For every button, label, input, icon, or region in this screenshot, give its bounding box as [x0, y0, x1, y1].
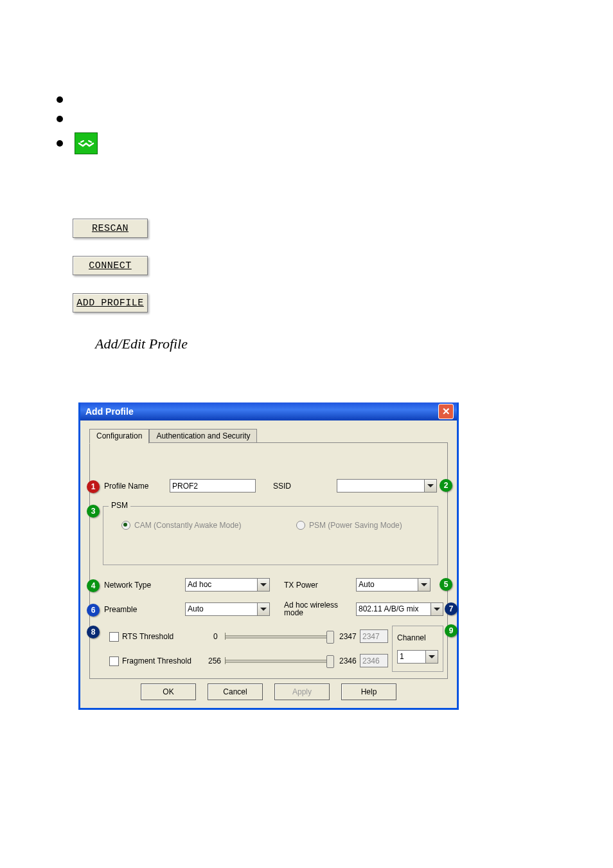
frag-min: 256 — [208, 656, 221, 665]
psm-legend: PSM — [109, 501, 130, 510]
profile-name-input[interactable] — [170, 479, 256, 493]
psm-groupbox: PSM CAM (Constantly Awake Mode) PSM (Pow… — [103, 506, 438, 565]
badge-4: 4 — [87, 579, 100, 592]
channel-label: Channel — [397, 633, 426, 642]
help-button[interactable]: Help — [341, 683, 396, 700]
bullet-dot — [57, 116, 63, 122]
channel-combo[interactable]: 1 — [397, 650, 438, 664]
tx-power-combo[interactable]: Auto — [356, 578, 431, 592]
bullet-dot — [57, 140, 63, 147]
chevron-down-icon[interactable] — [431, 602, 443, 616]
rts-min: 0 — [213, 632, 218, 641]
ssid-label: SSID — [273, 482, 291, 491]
chevron-down-icon[interactable] — [424, 479, 437, 493]
close-icon[interactable]: ✕ — [438, 404, 454, 419]
badge-3: 3 — [87, 505, 100, 518]
rts-slider[interactable] — [225, 631, 333, 642]
bullet-dot — [57, 96, 63, 103]
preamble-combo[interactable]: Auto — [185, 602, 270, 616]
rts-max: 2347 — [339, 632, 357, 641]
ssid-value[interactable] — [337, 479, 424, 493]
handshake-icon — [75, 132, 98, 154]
frag-checkbox[interactable] — [109, 656, 119, 666]
tx-power-label: TX Power — [284, 581, 318, 590]
chevron-down-icon[interactable] — [257, 578, 270, 592]
chevron-down-icon[interactable] — [425, 650, 438, 664]
rts-value — [360, 629, 388, 643]
titlebar: Add Profile ✕ — [80, 402, 457, 420]
ssid-combo[interactable] — [337, 479, 437, 493]
adhoc-mode-combo[interactable]: 802.11 A/B/G mix — [356, 602, 443, 616]
frag-max: 2346 — [339, 656, 357, 665]
rescan-button[interactable]: RRESCANESCAN — [73, 219, 148, 238]
radio-icon — [121, 521, 130, 530]
frag-slider[interactable] — [225, 655, 333, 667]
badge-9: 9 — [445, 624, 458, 637]
badge-8: 8 — [87, 626, 100, 638]
cam-radio: CAM (Constantly Awake Mode) — [121, 521, 242, 530]
rts-label: RTS Threshold — [122, 632, 173, 641]
network-type-combo[interactable]: Ad hoc — [185, 578, 270, 592]
badge-7: 7 — [445, 602, 458, 615]
adhoc-mode-label: Ad hoc wireless mode — [284, 601, 348, 617]
frag-value — [360, 654, 388, 667]
window-title: Add Profile — [85, 406, 134, 417]
frag-label: Fragment Threshold — [122, 656, 191, 665]
bullet-list — [57, 90, 98, 158]
badge-2: 2 — [440, 479, 452, 492]
network-type-label: Network Type — [104, 581, 151, 590]
tab-auth-security[interactable]: Authentication and Security — [149, 429, 257, 444]
radio-icon — [296, 521, 305, 530]
tab-panel: 1 Profile Name SSID 2 3 PSM CAM (Constan… — [89, 442, 448, 679]
apply-button: Apply — [274, 683, 330, 700]
addprofile-button[interactable]: ADD PROFILE — [73, 293, 148, 312]
cancel-button[interactable]: Cancel — [208, 683, 263, 700]
add-profile-dialog: Add Profile ✕ Configuration Authenticati… — [78, 402, 459, 710]
chevron-down-icon[interactable] — [418, 578, 431, 592]
rts-checkbox[interactable] — [109, 632, 119, 642]
psm-radio: PSM (Power Saving Mode) — [296, 521, 402, 530]
badge-6: 6 — [87, 604, 100, 617]
chevron-down-icon[interactable] — [257, 602, 270, 616]
profile-name-label: Profile Name — [104, 482, 148, 491]
preamble-label: Preamble — [104, 605, 137, 614]
badge-5: 5 — [440, 578, 452, 591]
ok-button[interactable]: OK — [141, 683, 196, 700]
section-title: Add/Edit Profile — [95, 336, 188, 352]
connect-button[interactable]: CONNECT — [73, 256, 148, 275]
badge-1: 1 — [87, 480, 100, 493]
tab-configuration[interactable]: Configuration — [89, 429, 149, 444]
